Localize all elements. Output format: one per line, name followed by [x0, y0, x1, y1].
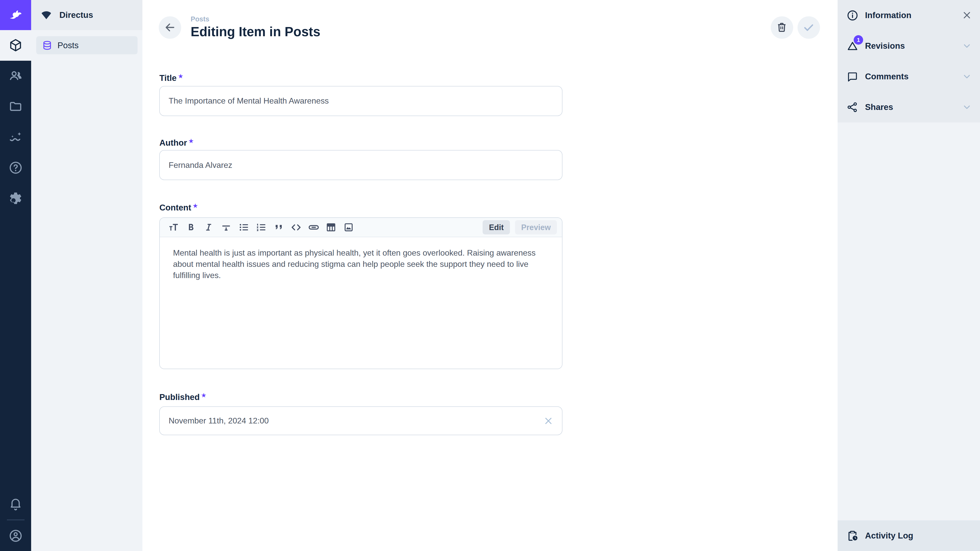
revisions-icon: 1: [846, 40, 859, 52]
required-star: ★: [201, 392, 207, 399]
save-button[interactable]: [797, 16, 820, 39]
blockquote-icon[interactable]: [270, 219, 287, 235]
module-file-library[interactable]: [0, 91, 31, 122]
cube-icon: [8, 38, 23, 52]
page-header: Posts Editing Item in Posts: [142, 0, 837, 55]
activity-log-label: Activity Log: [865, 531, 972, 540]
content-textarea[interactable]: Mental health is just as important as ph…: [160, 237, 562, 368]
breadcrumb[interactable]: Posts: [191, 15, 771, 24]
field-content: Content★: [159, 202, 563, 369]
required-star: ★: [188, 138, 194, 144]
link-icon[interactable]: [305, 219, 323, 235]
module-bar-spacer: [0, 214, 31, 489]
image-icon[interactable]: [340, 219, 358, 235]
gear-icon: [8, 191, 23, 205]
editor-toolbar: Edit Preview: [160, 218, 562, 237]
close-icon[interactable]: [962, 10, 972, 20]
field-author-label: Author★: [159, 137, 563, 148]
share-icon: [846, 101, 859, 113]
sidebar-section-shares[interactable]: Shares: [838, 92, 980, 122]
field-title-label: Title★: [159, 73, 563, 83]
sidebar-sections: Information 1 Revisions Comm: [838, 0, 980, 122]
project-logo-icon: [40, 9, 52, 21]
nav-item-posts[interactable]: Posts: [36, 36, 138, 54]
arrow-left-icon: [164, 21, 177, 34]
markdown-editor: Edit Preview Mental health is just as im…: [159, 218, 563, 369]
sidebar-section-information[interactable]: Information: [838, 0, 980, 30]
module-bar: [0, 0, 31, 551]
bulleted-list-icon[interactable]: [235, 219, 252, 235]
bold-icon[interactable]: [183, 219, 200, 235]
nav-items: Posts: [31, 30, 142, 61]
sidebar-empty-area: [838, 122, 980, 520]
notifications-button[interactable]: [0, 489, 31, 519]
tab-edit[interactable]: Edit: [483, 220, 510, 234]
datetime-input-wrap: [159, 407, 563, 435]
directus-logo[interactable]: [0, 0, 31, 30]
field-published: Published★: [159, 392, 563, 435]
required-star: ★: [192, 202, 198, 209]
tab-preview[interactable]: Preview: [515, 220, 557, 234]
table-icon[interactable]: [322, 219, 340, 235]
info-icon: [846, 9, 859, 22]
page-title: Editing Item in Posts: [191, 24, 771, 40]
code-icon[interactable]: [287, 219, 305, 235]
sidebar-section-revisions[interactable]: 1 Revisions: [838, 30, 980, 61]
avatar-icon: [8, 528, 23, 543]
module-settings[interactable]: [0, 183, 31, 214]
required-star: ★: [178, 73, 183, 79]
people-icon: [8, 68, 23, 83]
nav-item-label: Posts: [57, 41, 79, 50]
field-author: Author★: [159, 137, 563, 180]
sidebar-section-label: Information: [865, 11, 962, 20]
project-chooser[interactable]: Directus: [31, 0, 142, 30]
delete-button[interactable]: [771, 16, 793, 39]
account-button[interactable]: [0, 520, 31, 551]
activity-log-icon: [846, 530, 859, 542]
clear-icon[interactable]: [543, 416, 554, 426]
trash-icon: [776, 21, 788, 33]
numbered-list-icon[interactable]: [252, 219, 270, 235]
module-insights[interactable]: [0, 122, 31, 152]
database-icon: [42, 40, 52, 51]
title-input[interactable]: [159, 86, 563, 116]
header-actions: [771, 16, 820, 39]
project-name: Directus: [59, 10, 93, 20]
published-input[interactable]: [159, 407, 563, 435]
insights-icon: [8, 130, 23, 144]
comment-icon: [846, 71, 859, 83]
right-sidebar: Information 1 Revisions Comm: [838, 0, 980, 551]
text-size-icon[interactable]: [165, 219, 183, 235]
folder-icon: [8, 99, 23, 114]
rabbit-icon: [7, 7, 24, 23]
sidebar-section-label: Comments: [865, 72, 962, 81]
nav-sidebar: Directus Posts: [31, 0, 142, 551]
sidebar-activity-log[interactable]: Activity Log: [838, 520, 980, 551]
bell-icon: [8, 497, 23, 511]
check-icon: [802, 21, 815, 34]
italic-icon[interactable]: [200, 219, 218, 235]
main-content: Posts Editing Item in Posts Title★: [142, 0, 837, 551]
field-title: Title★: [159, 73, 563, 116]
revisions-badge: 1: [854, 35, 863, 44]
directus-app: Directus Posts Posts Editing Item in Pos…: [0, 0, 980, 551]
item-form: Title★ Author★ Content★: [142, 55, 563, 435]
title-block: Posts Editing Item in Posts: [191, 15, 771, 40]
help-icon: [8, 160, 23, 175]
author-input[interactable]: [159, 150, 563, 180]
field-content-label: Content★: [159, 202, 563, 213]
chevron-down-icon[interactable]: [962, 102, 972, 112]
field-published-label: Published★: [159, 392, 563, 402]
module-help[interactable]: [0, 152, 31, 183]
sidebar-section-comments[interactable]: Comments: [838, 61, 980, 92]
module-content[interactable]: [0, 30, 31, 61]
module-user-directory[interactable]: [0, 61, 31, 91]
chevron-down-icon[interactable]: [962, 41, 972, 51]
chevron-down-icon[interactable]: [962, 71, 972, 81]
back-button[interactable]: [159, 16, 181, 39]
strikethrough-icon[interactable]: [218, 219, 235, 235]
sidebar-section-label: Revisions: [865, 41, 962, 51]
sidebar-section-label: Shares: [865, 102, 962, 112]
